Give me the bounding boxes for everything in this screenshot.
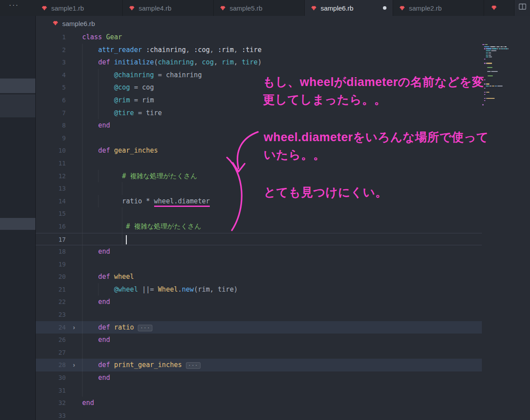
code-line-24[interactable]: 24› def ratio··· bbox=[36, 321, 482, 334]
code-line-20[interactable]: 20 def wheel bbox=[36, 270, 482, 283]
line-number[interactable]: 20 bbox=[36, 270, 66, 283]
code-line-7[interactable]: 7 @tire = tire bbox=[36, 107, 482, 120]
token-var: tire bbox=[242, 58, 257, 66]
breadcrumb[interactable]: sample6.rb bbox=[36, 16, 530, 31]
line-number[interactable]: 15 bbox=[36, 207, 66, 220]
line-number[interactable]: 8 bbox=[36, 119, 66, 132]
partial-tab[interactable] bbox=[484, 0, 515, 16]
code-line-32[interactable]: 32end bbox=[36, 397, 482, 409]
token-fn: attr_reader bbox=[98, 46, 142, 54]
tab-overflow-button[interactable]: ··· bbox=[0, 0, 35, 16]
folded-code-ellipsis[interactable]: ··· bbox=[138, 325, 152, 331]
line-number[interactable]: 28 bbox=[36, 359, 66, 371]
line-number[interactable]: 9 bbox=[36, 132, 66, 145]
line-number[interactable]: 14 bbox=[36, 195, 66, 208]
line-number[interactable]: 11 bbox=[36, 157, 66, 170]
code-line-23[interactable]: 23 bbox=[36, 308, 482, 321]
indent-guide bbox=[82, 157, 83, 170]
code-line-8[interactable]: 8 end bbox=[36, 119, 482, 132]
tab-sample5-rb[interactable]: sample5.rb bbox=[214, 0, 305, 16]
code-text: end bbox=[82, 371, 482, 384]
line-number[interactable]: 16 bbox=[36, 220, 66, 233]
line-number[interactable]: 21 bbox=[36, 283, 66, 296]
code-line-4[interactable]: 4 @chainring = chainring bbox=[36, 69, 482, 82]
minimap[interactable] bbox=[482, 44, 523, 119]
modified-dot[interactable] bbox=[383, 6, 386, 10]
code-line-16[interactable]: 16 # 複雑な処理がたくさん bbox=[36, 220, 482, 233]
token-cmt: # 複雑な処理がたくさん bbox=[122, 172, 197, 180]
line-number[interactable]: 33 bbox=[36, 409, 66, 420]
line-number[interactable]: 27 bbox=[36, 346, 66, 359]
line-number[interactable]: 31 bbox=[36, 384, 66, 397]
line-number[interactable]: 2 bbox=[36, 44, 66, 56]
line-number[interactable]: 22 bbox=[36, 296, 66, 308]
code-line-6[interactable]: 6 @rim = rim bbox=[36, 94, 482, 107]
code-line-5[interactable]: 5 @cog = cog bbox=[36, 81, 482, 94]
code-line-22[interactable]: 22 end bbox=[36, 296, 482, 308]
code-line-17[interactable]: 17 bbox=[36, 233, 482, 246]
tab-sample4-rb[interactable]: sample4.rb bbox=[123, 0, 214, 16]
ruby-file-icon bbox=[129, 5, 135, 11]
tab-sample1-rb[interactable]: sample1.rb bbox=[35, 0, 123, 16]
line-number[interactable]: 26 bbox=[36, 334, 66, 346]
minimap-token bbox=[484, 48, 485, 49]
token-var: chainring bbox=[158, 58, 194, 66]
code-line-19[interactable]: 19 bbox=[36, 258, 482, 271]
line-number[interactable]: 30 bbox=[36, 371, 66, 384]
code-line-28[interactable]: 28› def print_gear_inches··· bbox=[36, 359, 482, 371]
code-lines: 1class Gear2 attr_reader :chainring, :co… bbox=[36, 31, 530, 420]
line-number[interactable]: 10 bbox=[36, 144, 66, 157]
line-number[interactable]: 13 bbox=[36, 182, 66, 195]
minimap-line bbox=[482, 100, 523, 101]
token-var: rim bbox=[222, 58, 234, 66]
line-number[interactable]: 18 bbox=[36, 245, 66, 258]
code-line-12[interactable]: 12 # 複雑な処理がたくさん bbox=[36, 170, 482, 183]
tab-sample2-rb[interactable]: sample2.rb bbox=[393, 0, 484, 16]
indent-guide bbox=[82, 321, 83, 334]
code-text bbox=[82, 132, 482, 145]
code-line-26[interactable]: 26 end bbox=[36, 334, 482, 346]
line-number[interactable]: 5 bbox=[36, 81, 66, 94]
panel-item-highlight[interactable] bbox=[0, 79, 35, 93]
line-number[interactable]: 7 bbox=[36, 107, 66, 120]
code-line-9[interactable]: 9 bbox=[36, 132, 482, 145]
code-line-10[interactable]: 10 def gear_inches bbox=[36, 144, 482, 157]
code-line-18[interactable]: 18 end bbox=[36, 245, 482, 258]
line-number[interactable]: 23 bbox=[36, 308, 66, 321]
code-line-3[interactable]: 3 def initialize(chainring, cog, rim, ti… bbox=[36, 56, 482, 69]
fold-gutter bbox=[66, 132, 82, 145]
tab-sample6-rb[interactable]: sample6.rb bbox=[305, 0, 393, 16]
fold-arrow[interactable]: › bbox=[66, 359, 82, 371]
line-number[interactable]: 12 bbox=[36, 170, 66, 183]
fold-arrow[interactable]: › bbox=[66, 321, 82, 334]
fold-gutter bbox=[66, 245, 82, 258]
line-number[interactable]: 1 bbox=[36, 31, 66, 44]
folded-code-ellipsis[interactable]: ··· bbox=[186, 362, 201, 369]
line-number[interactable]: 4 bbox=[36, 69, 66, 82]
code-line-11[interactable]: 11 bbox=[36, 157, 482, 170]
line-number[interactable]: 24 bbox=[36, 321, 66, 334]
split-editor-icon[interactable] bbox=[519, 3, 526, 12]
line-number[interactable]: 6 bbox=[36, 94, 66, 107]
panel-item-highlight[interactable] bbox=[0, 218, 35, 230]
code-line-31[interactable]: 31 bbox=[36, 384, 482, 397]
code-line-33[interactable]: 33 bbox=[36, 409, 482, 420]
minimap-line bbox=[482, 86, 523, 86]
indent-guide bbox=[82, 69, 83, 82]
line-number[interactable]: 32 bbox=[36, 397, 66, 409]
code-line-14[interactable]: 14 ratio * wheel.diameter bbox=[36, 195, 482, 208]
code-line-27[interactable]: 27 bbox=[36, 346, 482, 359]
fold-gutter bbox=[66, 207, 82, 220]
code-line-1[interactable]: 1class Gear bbox=[36, 31, 482, 44]
line-number[interactable]: 3 bbox=[36, 56, 66, 69]
line-number[interactable]: 19 bbox=[36, 258, 66, 271]
token-fn: new bbox=[182, 285, 194, 293]
minimap-line bbox=[482, 48, 523, 49]
code-line-21[interactable]: 21 @wheel ||= Wheel.new(rim, tire) bbox=[36, 283, 482, 296]
code-line-30[interactable]: 30 end bbox=[36, 371, 482, 384]
code-line-13[interactable]: 13 bbox=[36, 182, 482, 195]
code-line-15[interactable]: 15 bbox=[36, 207, 482, 220]
line-number[interactable]: 17 bbox=[36, 233, 66, 245]
code-line-2[interactable]: 2 attr_reader :chainring, :cog, :rim, :t… bbox=[36, 44, 482, 56]
panel-item[interactable] bbox=[0, 94, 35, 117]
